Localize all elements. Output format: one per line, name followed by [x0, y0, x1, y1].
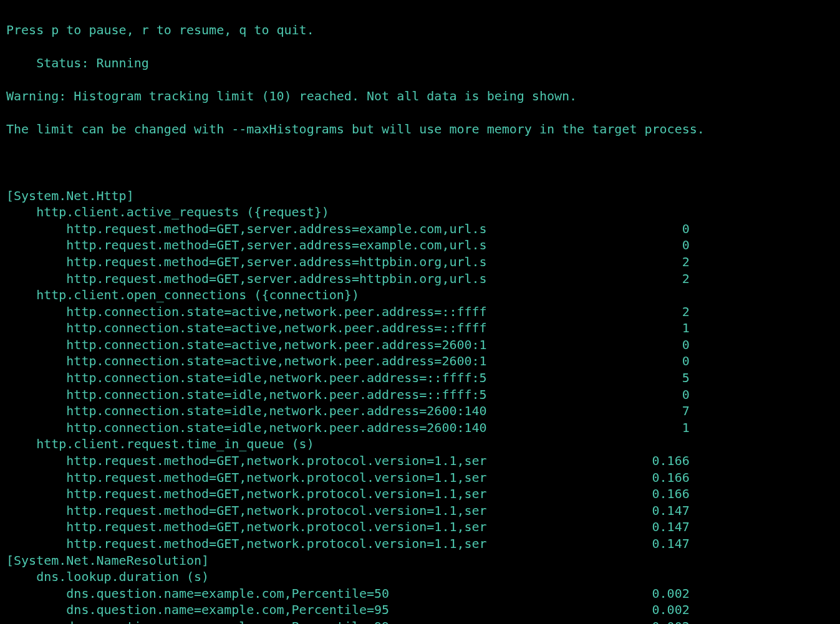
- metric-row: http.request.method=GET,server.address=e…: [6, 237, 834, 254]
- metric-row-value: 2: [629, 304, 689, 319]
- metric-row-value: 0.147: [629, 503, 689, 518]
- metric-name: http.client.active_requests ({request}): [6, 204, 834, 221]
- metric-row-value: 2: [629, 254, 689, 269]
- metric-row: http.connection.state=idle,network.peer.…: [6, 420, 834, 436]
- metric-name: http.client.open_connections ({connectio…: [6, 287, 834, 304]
- metric-row: http.request.method=GET,server.address=h…: [6, 271, 834, 287]
- metric-row-label: dns.question.name=example.com,Percentile…: [66, 602, 629, 617]
- metric-row-label: http.connection.state=active,network.pee…: [66, 320, 629, 335]
- metric-row-label: http.request.method=GET,server.address=e…: [66, 238, 629, 252]
- metric-row-value: 1: [629, 420, 689, 435]
- metric-row: http.connection.state=idle,network.peer.…: [6, 403, 834, 420]
- metric-row-value: 0.166: [629, 453, 689, 468]
- metric-row-label: dns.question.name=example.com,Percentile…: [66, 586, 629, 601]
- metric-row: http.request.method=GET,network.protocol…: [6, 535, 834, 552]
- metric-row-label: http.request.method=GET,network.protocol…: [66, 536, 629, 551]
- metric-row-value: 5: [629, 370, 689, 385]
- metric-row-value: 0: [629, 353, 689, 368]
- metric-row-value: 0: [629, 337, 689, 352]
- metric-row: http.connection.state=idle,network.peer.…: [6, 370, 834, 386]
- metric-row-label: http.request.method=GET,server.address=h…: [66, 271, 629, 286]
- metric-row: dns.question.name=example.com,Percentile…: [6, 602, 834, 618]
- metric-row-value: 0.166: [629, 470, 689, 485]
- metric-row-value: 0.147: [629, 536, 689, 551]
- warning-line-1: Warning: Histogram tracking limit (10) r…: [6, 88, 834, 105]
- instructions-line: Press p to pause, r to resume, q to quit…: [6, 22, 834, 39]
- metric-row: http.request.method=GET,network.protocol…: [6, 519, 834, 535]
- metric-row-value: 0.002: [629, 586, 689, 601]
- metric-row-label: http.connection.state=idle,network.peer.…: [66, 370, 629, 385]
- metric-row-value: 2: [629, 271, 689, 286]
- metric-row-label: http.request.method=GET,network.protocol…: [66, 486, 629, 501]
- metric-row: http.request.method=GET,network.protocol…: [6, 469, 834, 486]
- blank-line: [6, 154, 834, 171]
- metric-row-value: 0: [629, 387, 689, 402]
- metric-row-value: 0: [629, 238, 689, 252]
- metric-row: http.request.method=GET,network.protocol…: [6, 502, 834, 519]
- metric-row-label: http.request.method=GET,network.protocol…: [66, 453, 629, 468]
- metric-row-value: 0.166: [629, 486, 689, 501]
- terminal-output: Press p to pause, r to resume, q to quit…: [0, 0, 840, 624]
- metric-group-title: [System.Net.NameResolution]: [6, 552, 834, 569]
- metric-group-title: [System.Net.Http]: [6, 188, 834, 204]
- status-line: Status: Running: [6, 55, 834, 72]
- metric-row: http.request.method=GET,server.address=e…: [6, 221, 834, 238]
- metric-row-label: http.request.method=GET,server.address=h…: [66, 254, 629, 269]
- metric-name: dns.lookup.duration (s): [6, 569, 834, 585]
- metric-row: dns.question.name=example.com,Percentile…: [6, 585, 834, 602]
- metric-row-label: http.request.method=GET,server.address=e…: [66, 221, 629, 236]
- metric-row-label: http.request.method=GET,network.protocol…: [66, 470, 629, 485]
- metric-row: http.connection.state=active,network.pee…: [6, 304, 834, 320]
- metric-row: http.connection.state=active,network.pee…: [6, 337, 834, 353]
- metric-row-label: http.connection.state=active,network.pee…: [66, 304, 629, 319]
- metric-row-label: http.connection.state=idle,network.peer.…: [66, 420, 629, 435]
- metric-row-value: 0.147: [629, 519, 689, 534]
- metric-name: http.client.request.time_in_queue (s): [6, 436, 834, 453]
- metric-row: http.connection.state=active,network.pee…: [6, 353, 834, 370]
- status-value: Running: [97, 55, 149, 70]
- metric-row: http.request.method=GET,server.address=h…: [6, 254, 834, 271]
- metric-row-value: 1: [629, 320, 689, 335]
- metric-row-label: http.connection.state=active,network.pee…: [66, 337, 629, 352]
- metric-row-label: http.connection.state=active,network.pee…: [66, 353, 629, 368]
- metric-row-label: http.request.method=GET,network.protocol…: [66, 503, 629, 518]
- metric-row-label: dns.question.name=example.com,Percentile…: [66, 619, 629, 624]
- metric-row: dns.question.name=example.com,Percentile…: [6, 618, 834, 624]
- status-label: Status:: [6, 55, 97, 70]
- metric-row: http.connection.state=active,network.pee…: [6, 320, 834, 337]
- warning-line-2: The limit can be changed with --maxHisto…: [6, 121, 834, 138]
- metric-row: http.request.method=GET,network.protocol…: [6, 453, 834, 469]
- metric-row-value: 0.002: [629, 619, 689, 624]
- metric-row: http.connection.state=idle,network.peer.…: [6, 386, 834, 403]
- metric-row-value: 0: [629, 221, 689, 236]
- metric-row-label: http.connection.state=idle,network.peer.…: [66, 403, 629, 418]
- metric-row-label: http.connection.state=idle,network.peer.…: [66, 387, 629, 402]
- metric-row-value: 7: [629, 403, 689, 418]
- metric-row-value: 0.002: [629, 602, 689, 617]
- metric-row-label: http.request.method=GET,network.protocol…: [66, 519, 629, 534]
- metric-row: http.request.method=GET,network.protocol…: [6, 486, 834, 502]
